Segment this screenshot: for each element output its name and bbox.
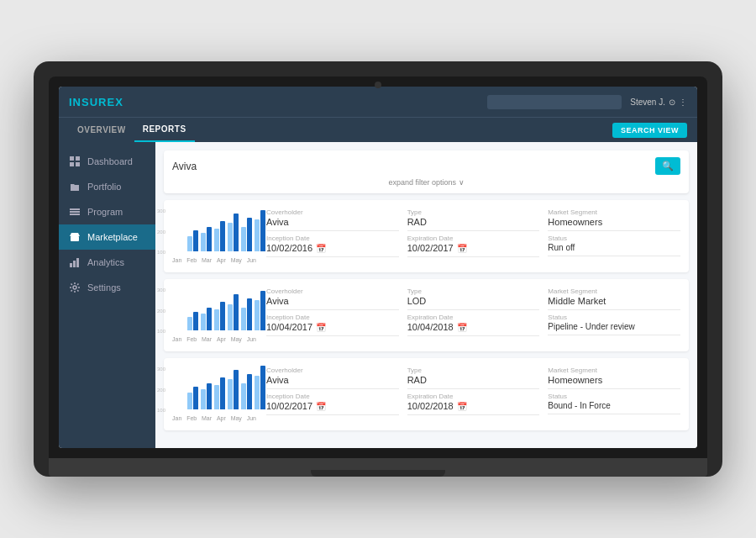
- bar-group-5: [255, 210, 265, 252]
- chart-label: Mar: [202, 415, 212, 421]
- chart-label: Apr: [217, 415, 226, 421]
- sidebar-item-portfolio[interactable]: Portfolio: [59, 174, 155, 199]
- chart-label: Jan: [172, 415, 181, 421]
- bar-dark-3: [234, 214, 239, 251]
- chart-label: Apr: [217, 336, 226, 342]
- market-segment-label-0: Market Segment: [548, 208, 680, 216]
- status-value-2: Bound - In Force: [548, 401, 680, 414]
- coverholder-label-1: Coverholder: [266, 287, 399, 295]
- main-content: Dashboard Portfolio Progra: [59, 142, 697, 448]
- logo-text-suffix: X: [115, 96, 123, 108]
- calendar-icon-expiration-2[interactable]: 📅: [457, 402, 467, 411]
- tab-overview[interactable]: OVERVIEW: [69, 118, 134, 142]
- type-value-2: RAD: [407, 375, 540, 389]
- bar-dark-0: [193, 230, 198, 251]
- more-icon[interactable]: ⋮: [679, 98, 687, 107]
- y-val: 200: [157, 309, 165, 314]
- sidebar-item-analytics[interactable]: Analytics: [59, 250, 155, 275]
- expiration-field-1: Expiration Date 10/04/2018 📅: [407, 314, 540, 336]
- chart-label: Feb: [186, 257, 197, 263]
- bar-group-5: [255, 291, 265, 330]
- folder-icon: [69, 181, 81, 193]
- tab-reports[interactable]: REPORTS: [134, 118, 195, 142]
- svg-rect-1: [76, 156, 80, 161]
- bar-dark-4: [247, 298, 252, 330]
- chart-label: Jun: [247, 415, 256, 421]
- bar-group-0: [187, 230, 198, 251]
- bar-group-1: [201, 227, 212, 251]
- y-val: 300: [157, 287, 165, 293]
- sidebar-item-dashboard[interactable]: Dashboard: [59, 149, 155, 174]
- type-label-0: Type: [407, 208, 540, 216]
- laptop-outer: INSUREX Steven J. ⊙ ⋮ OVERVIEW REPORTS S…: [34, 61, 722, 477]
- bar-light-3: [228, 379, 233, 409]
- search-button[interactable]: 🔍: [655, 157, 680, 175]
- calendar-icon-inception-0[interactable]: 📅: [316, 244, 326, 253]
- type-value-0: RAD: [407, 217, 540, 231]
- chart-label: Mar: [202, 336, 212, 342]
- y-val: 300: [157, 367, 165, 372]
- calendar-icon-inception-1[interactable]: 📅: [316, 323, 326, 332]
- svg-rect-4: [70, 208, 80, 210]
- expiration-value-0: 10/02/2017 📅: [407, 243, 540, 257]
- cards-list: 300200100: [164, 200, 689, 430]
- calendar-icon-inception-2[interactable]: 📅: [316, 402, 326, 411]
- card-chart-1: 300200100: [172, 287, 256, 343]
- bar-dark-2: [220, 221, 225, 251]
- user-icon[interactable]: ⊙: [669, 98, 675, 107]
- card-info-1: Coverholder Aviva Type LOD Market Segmen…: [266, 287, 680, 343]
- search-view-button[interactable]: SEARCH VIEW: [612, 123, 687, 138]
- bar-dark-4: [247, 218, 252, 252]
- chart-y-axis-0: 300200100: [157, 208, 165, 255]
- y-val: 100: [157, 408, 165, 413]
- sidebar-analytics-label: Analytics: [87, 257, 124, 267]
- chart-y-axis-2: 300200100: [157, 367, 165, 413]
- coverholder-value-0: Aviva: [266, 217, 399, 231]
- svg-rect-7: [71, 236, 79, 241]
- bar-group-3: [228, 294, 239, 330]
- svg-rect-2: [70, 162, 74, 166]
- type-field-0: Type RAD: [407, 208, 540, 231]
- bar-group-4: [241, 218, 252, 252]
- bar-group-0: [187, 387, 198, 409]
- calendar-icon-expiration-1[interactable]: 📅: [457, 323, 467, 332]
- status-field-1: Status Pipeline - Under review: [548, 314, 680, 336]
- bar-group-4: [241, 374, 252, 409]
- svg-rect-9: [73, 261, 76, 267]
- chart-icon: [69, 256, 81, 268]
- filter-expand[interactable]: expand filter options ∨: [172, 178, 680, 187]
- inception-label-0: Inception Date: [266, 235, 399, 242]
- nav-tabs-bar: OVERVIEW REPORTS SEARCH VIEW: [59, 117, 697, 142]
- search-input[interactable]: [172, 161, 650, 172]
- bar-group-2: [214, 221, 225, 251]
- type-label-2: Type: [407, 367, 540, 374]
- bar-dark-2: [220, 302, 225, 330]
- status-label-2: Status: [548, 393, 680, 400]
- screen: INSUREX Steven J. ⊙ ⋮ OVERVIEW REPORTS S…: [59, 87, 697, 448]
- top-search-input[interactable]: [487, 95, 622, 109]
- app-container: INSUREX Steven J. ⊙ ⋮ OVERVIEW REPORTS S…: [59, 87, 697, 448]
- expiration-label-1: Expiration Date: [407, 314, 540, 321]
- bar-dark-5: [260, 210, 265, 252]
- bar-light-5: [255, 376, 260, 410]
- sidebar-item-program[interactable]: Program: [59, 199, 155, 224]
- expiration-field-0: Expiration Date 10/02/2017 📅: [407, 235, 540, 257]
- gear-icon: [69, 282, 81, 293]
- sidebar-dashboard-label: Dashboard: [87, 156, 133, 166]
- card-info-0: Coverholder Aviva Type RAD Market Segmen…: [266, 208, 680, 264]
- expiration-value-1: 10/04/2018 📅: [407, 322, 540, 336]
- sidebar-item-marketplace[interactable]: Marketplace: [59, 224, 155, 250]
- coverholder-field-0: Coverholder Aviva: [266, 208, 399, 231]
- bar-dark-3: [234, 294, 239, 330]
- bar-dark-5: [260, 291, 265, 330]
- bar-light-0: [187, 236, 192, 251]
- bar-group-1: [201, 308, 212, 330]
- status-label-1: Status: [548, 314, 680, 321]
- bar-dark-1: [207, 383, 212, 410]
- bar-light-3: [228, 304, 233, 331]
- calendar-icon-expiration-0[interactable]: 📅: [457, 244, 467, 253]
- result-card-2: 300200100: [164, 358, 689, 430]
- bar-group-5: [255, 366, 265, 409]
- expiration-label-2: Expiration Date: [407, 393, 540, 400]
- sidebar-item-settings[interactable]: Settings: [59, 275, 155, 300]
